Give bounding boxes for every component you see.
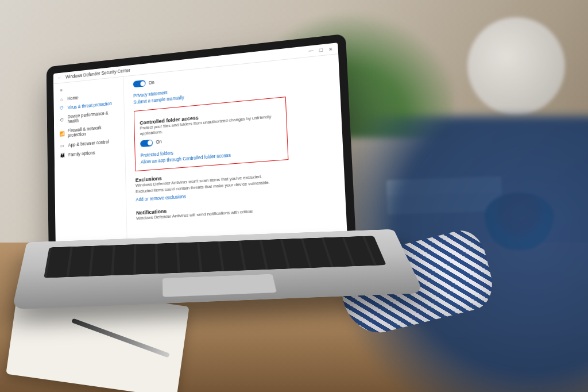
cfa-toggle[interactable]	[140, 139, 153, 147]
globe-decor	[467, 17, 565, 115]
minimize-button[interactable]: —	[308, 48, 314, 54]
maximize-button[interactable]: ☐	[318, 47, 324, 53]
laptop-lid: ← Windows Defender Security Center — ☐ ✕…	[47, 34, 357, 260]
laptop: ← Windows Defender Security Center — ☐ ✕…	[34, 46, 402, 345]
laptop-base	[12, 229, 424, 310]
app-window: ← Windows Defender Security Center — ☐ ✕…	[53, 43, 347, 252]
sidebar: ≡ ⌂ Home 🛡 Virus & threat protection ⏱ D…	[53, 77, 127, 252]
shield-icon: 🛡	[59, 106, 64, 111]
home-icon: ⌂	[59, 97, 64, 102]
laptop-trackpad	[162, 274, 277, 297]
laptop-keyboard	[44, 236, 386, 278]
family-icon: 👪	[59, 152, 65, 158]
realtime-protection-toggle-row: On	[133, 79, 154, 87]
controlled-folder-access-section: Controlled folder access Protect your fi…	[134, 97, 289, 172]
back-button[interactable]: ←	[57, 75, 62, 80]
hamburger-icon: ≡	[59, 88, 64, 93]
close-button[interactable]: ✕	[328, 46, 334, 52]
firewall-icon: 📶	[59, 131, 65, 137]
realtime-protection-toggle[interactable]	[133, 80, 146, 88]
realtime-protection-toggle-label: On	[149, 80, 154, 86]
performance-icon: ⏱	[59, 117, 64, 122]
sidebar-item-label: Firewall & network protection	[68, 124, 119, 138]
cfa-toggle-label: On	[156, 139, 162, 145]
sidebar-item-label: Device performance & health	[68, 110, 119, 124]
sidebar-item-label: Home	[67, 95, 78, 101]
sidebar-item-label: Family options	[68, 150, 95, 157]
main-content: On Privacy statement Submit a sample man…	[123, 54, 347, 248]
sidebar-item-label: App & browser control	[68, 139, 109, 148]
app-browser-icon: ▭	[59, 143, 65, 148]
